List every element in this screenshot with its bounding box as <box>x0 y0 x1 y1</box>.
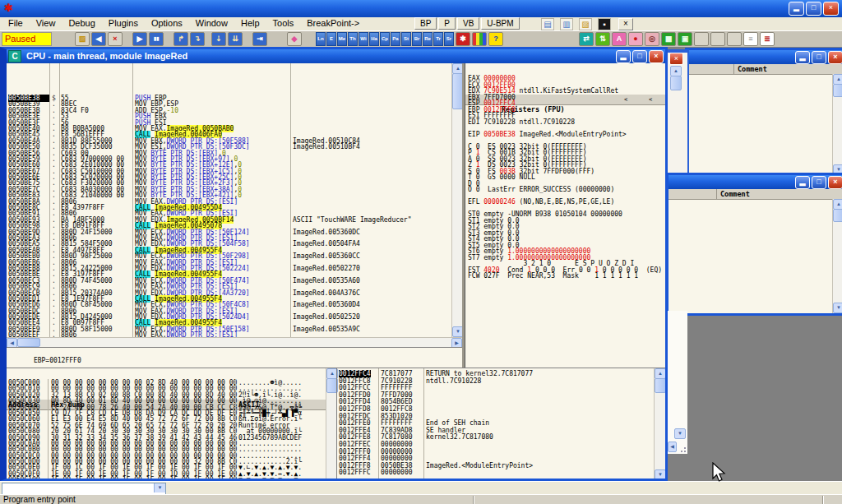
chevron-down-icon[interactable]: ▼ <box>154 483 165 492</box>
pause-icon[interactable]: ▮▮ <box>149 32 164 46</box>
disasm-row[interactable]: 0050BEE4.E8 0B97F8FFCALL ImageRed.004955… <box>7 319 451 325</box>
register-line[interactable]: EDX 7C90E514 ntdll.KiFastSystemCallRet <box>468 87 665 94</box>
minimize-button[interactable]: ▂ <box>795 51 810 64</box>
view-breakpoints-button[interactable]: Br <box>412 32 422 46</box>
close-button[interactable]: × <box>823 2 839 16</box>
scroll-down-icon[interactable]: ▼ <box>833 303 842 313</box>
view-memory-button[interactable]: Me <box>337 32 347 46</box>
register-line[interactable]: P 1 CS 001B 32bit 0(FFFFFFFF) <box>468 149 665 155</box>
register-line[interactable]: FST 4020 Cond 1 0 0 0 Err 0 0 1 0 0 0 0 … <box>468 266 665 273</box>
register-line[interactable]: C 0 ES 0023 32bit 0(FFFFFFFF) <box>468 143 665 150</box>
disasm-row[interactable]: 0050BEC3.8B0D 74F45000MOV ECX,DWORD PTR … <box>7 277 451 283</box>
menu-item-tools[interactable]: Tools <box>266 17 301 30</box>
plugin-button-bp[interactable]: BP <box>414 17 437 30</box>
dump-row[interactable]: 0050C0C000 00 00 00 00 00 00 00 00 00 00… <box>7 452 326 458</box>
register-line[interactable]: S 0 FS 003B 32bit 7FFDF000(FFF) <box>468 168 665 174</box>
stack-pane[interactable]: 0012FFC47C817077RETURN to kernel32.7C817… <box>336 368 655 479</box>
dump-row[interactable]: 0050C0F01E 00 1F 00 1E 00 1F 00 1F 00 1D… <box>7 470 326 476</box>
view-trace-button[interactable]: Tr <box>433 32 443 46</box>
minimize-button[interactable]: ▂ <box>616 50 631 63</box>
disasm-row[interactable]: 0050BE6E.C683 5C020000 00MOV BYTE PTR DS… <box>7 173 451 179</box>
disasm-row[interactable]: 0050BEA5.8B15 584F5000MOV EDX,DWORD PTR … <box>7 240 451 246</box>
disasm-row[interactable]: 0050BEBE.E8 3197F8FFCALL ImageRed.004955… <box>7 270 451 276</box>
disasm-row[interactable]: 0050BE40.B8 B0BA5000MOV EAX,ImageRed.005… <box>7 125 451 131</box>
register-line[interactable]: A 0 SS 0023 32bit 0(FFFFFFFF) <box>468 155 665 162</box>
dump-row[interactable]: 0050C0B000 00 00 00 00 00 00 00 00 00 00… <box>7 446 326 451</box>
appearance-icon[interactable] <box>472 32 487 46</box>
disasm-row[interactable]: 0050BE93.BA 14BF5000MOV EDX,ImageRed.005… <box>7 216 451 222</box>
stack-row[interactable]: 0012FFC87C910228ntdll.7C910228 <box>337 377 655 385</box>
view-windows-button[interactable]: Wi <box>359 32 368 46</box>
blank-button-1[interactable] <box>694 32 709 46</box>
plugin-button-p[interactable]: P <box>438 17 456 30</box>
doc-marked-icon[interactable]: ≣ <box>760 32 775 46</box>
disasm-row[interactable]: 0050BE91.8B06MOV EAX,DWORD PTR DS:[ESI] <box>7 210 451 215</box>
register-line[interactable]: FCW 027F Prec NEAR,53 Mask 1 1 1 1 1 1 <box>468 272 665 279</box>
register-line[interactable]: EDI 7C910228 ntdll.7C910228 <box>468 118 665 125</box>
disassembly-pane[interactable]: 0050BE38$55PUSH EBP0050BE39.8BECMOV EBP,… <box>7 63 451 337</box>
stack-row[interactable]: 0012FFD48054B6ED <box>337 398 655 405</box>
menu-item-view[interactable]: View <box>30 17 62 30</box>
register-line[interactable]: ST7 empty 1.0000000000000000000 <box>468 254 665 261</box>
minimize-button[interactable]: ▂ <box>795 176 810 189</box>
scroll-thumb[interactable] <box>655 378 665 393</box>
disassembly-scrollbar[interactable]: ▲ ▼ <box>451 63 463 337</box>
disasm-row[interactable]: 0050BE38$55PUSH EBP <box>7 95 451 100</box>
disasm-row[interactable]: 0050BE8A.8B06MOV EAX,DWORD PTR DS:[ESI] <box>7 198 451 204</box>
disasm-row[interactable]: 0050BEEF.8B06MOV EAX,DWORD PTR DS:[ESI] <box>7 331 451 337</box>
command-combobox[interactable]: ▼ <box>2 483 166 495</box>
menubar-close-button[interactable]: × <box>618 18 633 30</box>
dump-row[interactable]: 0050C060E1 E3 00 E4 E5 8D 40 00 45 72 72… <box>7 415 326 421</box>
scroll-thumb[interactable] <box>670 76 682 90</box>
disasm-row[interactable]: 0050BE3B.83C4 F0ADD ESP,-10 <box>7 107 451 113</box>
disasm-row[interactable]: 0050BE50.8B35 DCF35000MOV ESI,DWORD PTR … <box>7 143 451 149</box>
close-icon[interactable]: × <box>828 176 842 189</box>
comment-window-1-titlebar[interactable]: ▂ □ × <box>687 50 842 64</box>
stack-row[interactable]: 0012FFF400000000 <box>337 455 655 462</box>
patch-grid-icon[interactable]: ▦ <box>661 32 676 46</box>
doc-list-icon[interactable]: ≡ <box>743 32 758 46</box>
menu-item-plugins[interactable]: Plugins <box>102 17 145 30</box>
register-line[interactable]: ST3 empty 0.0 <box>468 229 665 236</box>
register-line[interactable]: EIP 0050BE38 ImageRed.<ModuleEntryPoint> <box>468 131 665 137</box>
disasm-row[interactable]: 0050BE56.C603 00MOV BYTE PTR DS:[EBX],0 <box>7 150 451 155</box>
disasm-row[interactable]: 0050BEB8.8B15 24225000MOV EDX,DWORD PTR … <box>7 265 451 270</box>
scroll-down-icon[interactable]: ▼ <box>655 469 665 479</box>
menu-item-debug[interactable]: Debug <box>62 17 101 30</box>
view-executables-button[interactable]: E <box>326 32 336 46</box>
stack-row[interactable]: 0012FFCCFFFFFFFF <box>337 384 655 391</box>
disasm-row[interactable]: 0050BE60.C683 2E010000 00MOV BYTE PTR DS… <box>7 161 451 167</box>
scroll-thumb[interactable] <box>833 84 842 97</box>
view-cpu-button[interactable]: Cp <box>380 32 390 46</box>
view-stack-button[interactable]: St <box>401 32 411 46</box>
disasm-row[interactable]: 0050BE67.C683 C5010000 00MOV BYTE PTR DS… <box>7 168 451 173</box>
stack-row[interactable]: 0012FFE87C817080kernel32.7C817080 <box>337 433 655 441</box>
minimize-button[interactable]: ▂ <box>789 2 804 16</box>
restore-button[interactable]: □ <box>806 2 821 16</box>
document-icon[interactable]: ▥ <box>560 18 573 30</box>
command-input[interactable] <box>3 483 155 494</box>
run-icon[interactable]: ▶ <box>132 32 147 46</box>
disasm-row[interactable]: 0050BEAB.E8 4497F8FFCALL ImageRed.004955… <box>7 247 451 252</box>
close-icon[interactable]: × <box>649 50 664 63</box>
stack-row[interactable]: 0012FFE47C839AD8SE handler <box>337 427 655 434</box>
step-back-icon[interactable]: ◀ <box>91 32 106 46</box>
disasm-row[interactable]: 0050BED6.8B0D C8F45000MOV ECX,DWORD PTR … <box>7 301 451 307</box>
comment-column-label[interactable]: Comment <box>720 189 750 199</box>
disasm-row[interactable]: 0050BEDE.8B15 D4245000MOV EDX,DWORD PTR … <box>7 313 451 319</box>
view-threads-button[interactable]: Th <box>348 32 358 46</box>
stack-row[interactable]: 0012FFD80012FFC8 <box>337 405 655 413</box>
maximize-button[interactable]: □ <box>812 176 826 189</box>
view-handles-button[interactable]: Ha <box>369 32 379 46</box>
register-line[interactable]: EAX 00000000 <box>468 75 665 81</box>
disasm-row[interactable]: 0050BEB0.8B0D 98F25000MOV ECX,DWORD PTR … <box>7 252 451 258</box>
maximize-button[interactable]: □ <box>632 50 647 63</box>
dump-row[interactable]: 0050C1001F 00 1F 00 1E 00 1F 00 1F 00 1F… <box>7 476 326 479</box>
register-line[interactable]: ESP 0012FFC4 <box>468 99 665 106</box>
dump-row[interactable]: 0050C02032 13 8B C0 02 00 8B C0 00 8D 40… <box>7 391 326 397</box>
marker-icon[interactable]: ◆ <box>287 32 302 46</box>
stack-row[interactable]: 0012FFE0FFFFFFFFEnd of SEH chain <box>337 419 655 427</box>
till-return-icon[interactable]: ⇥ <box>252 32 267 46</box>
stack-row[interactable]: 0012FFDC853D1020 <box>337 413 655 420</box>
scroll-down-icon[interactable]: ▼ <box>674 428 686 439</box>
